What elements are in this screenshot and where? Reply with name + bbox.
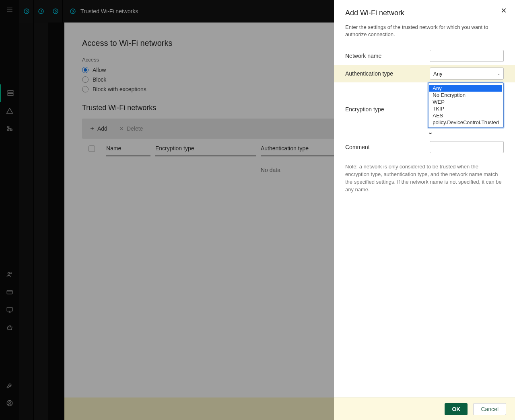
encryption-type-listbox[interactable]: AnyNo EncryptionWEPTKIPAESpolicy.DeviceC…: [428, 82, 504, 128]
label-auth-type: Authentication type: [345, 70, 430, 77]
panel-note: Note: a network is only considered to be…: [345, 163, 504, 193]
ok-button-label: OK: [452, 406, 460, 412]
label-network-name: Network name: [345, 53, 430, 59]
encryption-option[interactable]: AES: [429, 112, 502, 119]
panel-title: Add Wi-Fi network: [345, 9, 504, 17]
panel-subtitle: Enter the settings of the trusted networ…: [345, 24, 504, 38]
network-name-input[interactable]: [430, 50, 504, 62]
row-auth-type: Authentication type Any ⌄: [334, 65, 515, 82]
encryption-option[interactable]: Any: [429, 85, 502, 92]
auth-type-select[interactable]: Any ⌄: [430, 68, 504, 80]
chevron-down-icon: ⌄: [497, 72, 500, 76]
panel-footer: OK Cancel: [334, 397, 515, 420]
encryption-option[interactable]: policy.DeviceControl.Trusted: [429, 119, 502, 126]
panel-close-button[interactable]: [501, 6, 507, 16]
cancel-button[interactable]: Cancel: [473, 403, 506, 415]
label-encryption-type: Encryption type: [345, 106, 428, 113]
add-wifi-panel: Add Wi-Fi network Enter the settings of …: [334, 0, 515, 420]
row-comment: Comment: [345, 138, 504, 156]
encryption-option[interactable]: No Encryption: [429, 92, 502, 98]
label-comment: Comment: [345, 144, 430, 150]
cancel-button-label: Cancel: [481, 406, 499, 412]
row-network-name: Network name: [345, 47, 504, 65]
ok-button[interactable]: OK: [445, 403, 468, 415]
auth-type-value: Any: [433, 71, 442, 77]
chevron-down-icon: ⌄: [428, 129, 433, 135]
encryption-option[interactable]: WEP: [429, 98, 502, 105]
row-encryption-type: Encryption type AnyNo EncryptionWEPTKIPA…: [345, 82, 504, 136]
comment-input[interactable]: [430, 141, 504, 153]
close-icon: [501, 7, 507, 14]
encryption-option[interactable]: TKIP: [429, 105, 502, 112]
